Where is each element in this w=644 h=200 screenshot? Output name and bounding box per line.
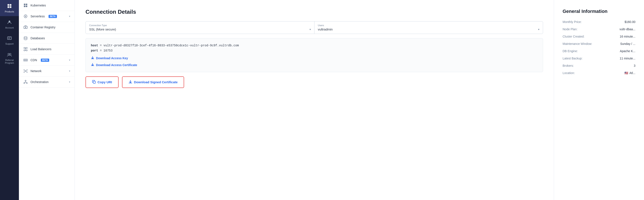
- location-value: 🇺🇸Atl...: [600, 71, 636, 75]
- sidebar-item-kubernetes[interactable]: Kubernetes: [19, 0, 74, 11]
- brokers-label: Brokers:: [562, 64, 597, 67]
- info-row-location: Location: 🇺🇸Atl...: [562, 71, 636, 75]
- users-value: vultradmin ▾: [318, 27, 540, 31]
- info-panel: General Information Monthly Price: $160.…: [554, 0, 644, 200]
- nav-item-products[interactable]: Products: [0, 0, 19, 16]
- load-balancers-icon: [23, 47, 28, 51]
- svg-rect-21: [24, 59, 28, 60]
- nav-rail: Products Account Support Referral P: [0, 0, 19, 200]
- serverless-badge: BETA: [48, 15, 57, 18]
- download-access-key-icon: [91, 56, 94, 60]
- orchestration-icon: [23, 80, 28, 84]
- location-text: Atl...: [630, 71, 636, 75]
- sidebar-item-databases-label: Databases: [30, 36, 45, 40]
- account-icon: [6, 19, 12, 25]
- users-dropdown[interactable]: Users vultradmin ▾: [314, 21, 543, 34]
- maintenance-window-label: Maintenance Window:: [562, 42, 597, 45]
- sidebar-item-load-balancers-label: Load Balancers: [30, 47, 51, 51]
- content-area: Connection Details Connection Type SSL (…: [75, 0, 644, 200]
- monthly-price-label: Monthly Price:: [562, 20, 597, 24]
- latest-backup-label: Latest Backup:: [562, 57, 597, 60]
- node-plan-label: Node Plan:: [562, 27, 597, 31]
- cdn-chevron-icon: ▾: [69, 59, 70, 62]
- sidebar-item-container-registry[interactable]: Container Registry: [19, 22, 74, 33]
- nav-item-support[interactable]: Support: [0, 32, 19, 48]
- download-access-cert-icon: [91, 63, 94, 67]
- network-icon: [23, 69, 28, 73]
- svg-rect-19: [24, 50, 25, 51]
- download-access-certificate-label: Download Access Certificate: [96, 63, 137, 67]
- svg-point-7: [10, 53, 11, 55]
- db-engine-label: DB Engine:: [562, 49, 597, 53]
- connection-panel: Connection Details Connection Type SSL (…: [75, 0, 554, 200]
- download-access-key-link[interactable]: Download Access Key: [91, 56, 538, 60]
- svg-rect-17: [24, 47, 25, 48]
- sidebar-item-network[interactable]: Network ▾: [19, 66, 74, 77]
- sidebar-item-databases[interactable]: Databases: [19, 33, 74, 44]
- svg-rect-10: [24, 5, 25, 7]
- users-arrow-icon: ▾: [538, 28, 540, 31]
- serverless-chevron-icon: ▾: [69, 15, 70, 18]
- sidebar-item-serverless[interactable]: Serverless BETA ▾: [19, 11, 74, 22]
- svg-point-6: [8, 53, 10, 55]
- svg-point-24: [24, 69, 24, 70]
- svg-point-25: [27, 69, 28, 70]
- svg-rect-3: [10, 6, 12, 8]
- referral-icon: [6, 51, 12, 57]
- port-value: 16753: [104, 49, 112, 52]
- connection-type-value: SSL (More secure) ▾: [89, 27, 311, 31]
- info-row-brokers: Brokers: 3: [562, 64, 636, 67]
- nav-item-support-label: Support: [5, 42, 14, 45]
- serverless-icon: [23, 14, 28, 19]
- connection-type-label: Connection Type: [89, 24, 311, 27]
- sidebar-item-cdn[interactable]: CDN BETA ▾: [19, 55, 74, 66]
- svg-rect-2: [8, 6, 9, 8]
- cdn-badge: BETA: [41, 59, 49, 62]
- info-row-cluster-created: Cluster Created: 16 minute...: [562, 35, 636, 38]
- db-engine-value: Apache K...: [600, 49, 636, 53]
- sidebar-item-container-registry-label: Container Registry: [30, 25, 56, 29]
- download-access-certificate-link[interactable]: Download Access Certificate: [91, 63, 538, 67]
- svg-rect-1: [10, 4, 12, 6]
- svg-rect-9: [26, 4, 27, 5]
- sidebar-item-cdn-label: CDN: [30, 58, 37, 62]
- connection-info-box: host = vultr-prod-d8327f10-3cef-4f16-803…: [86, 38, 543, 72]
- host-key: host: [91, 44, 98, 47]
- cluster-created-value: 16 minute...: [600, 35, 636, 38]
- kubernetes-icon: [23, 3, 28, 8]
- svg-rect-20: [26, 50, 27, 51]
- download-signed-cert-button[interactable]: Download Signed Certificate: [122, 76, 184, 88]
- connection-type-text: SSL (More secure): [89, 27, 116, 31]
- svg-rect-5: [8, 37, 12, 39]
- main-content: Connection Details Connection Type SSL (…: [75, 0, 644, 200]
- svg-point-16: [24, 36, 27, 38]
- latest-backup-value: 11 minute...: [600, 57, 636, 60]
- nav-item-account[interactable]: Account: [0, 16, 19, 32]
- host-value: vultr-prod-d8327f10-3cef-4f16-8033-e5375…: [104, 44, 239, 47]
- sidebar-item-orchestration[interactable]: Orchestration ▾: [19, 77, 74, 88]
- copy-uri-button[interactable]: Copy URI: [86, 76, 118, 88]
- svg-rect-0: [8, 4, 9, 6]
- info-row-db-engine: DB Engine: Apache K...: [562, 49, 636, 53]
- connection-type-dropdown[interactable]: Connection Type SSL (More secure) ▾: [86, 21, 314, 34]
- sidebar-item-load-balancers[interactable]: Load Balancers: [19, 44, 74, 55]
- nav-item-referral-label: Referral Program: [2, 59, 17, 64]
- svg-rect-8: [24, 4, 25, 5]
- svg-rect-22: [24, 60, 28, 61]
- nav-item-referral[interactable]: Referral Program: [0, 48, 19, 67]
- container-registry-icon: [23, 25, 28, 30]
- databases-icon: [23, 36, 28, 40]
- action-buttons: Copy URI Download Signed Certificate: [86, 76, 543, 88]
- sidebar-item-serverless-label: Serverless: [30, 14, 45, 18]
- svg-rect-11: [26, 5, 27, 7]
- port-key: port: [91, 49, 98, 52]
- svg-rect-31: [93, 81, 96, 83]
- host-info-line: host = vultr-prod-d8327f10-3cef-4f16-803…: [91, 43, 538, 48]
- users-text: vultradmin: [318, 27, 333, 31]
- copy-uri-label: Copy URI: [98, 80, 112, 84]
- location-label: Location:: [562, 71, 597, 75]
- svg-point-4: [8, 21, 10, 22]
- cdn-icon: [23, 58, 28, 62]
- monthly-price-value: $160.00: [600, 20, 636, 24]
- svg-point-30: [26, 83, 28, 84]
